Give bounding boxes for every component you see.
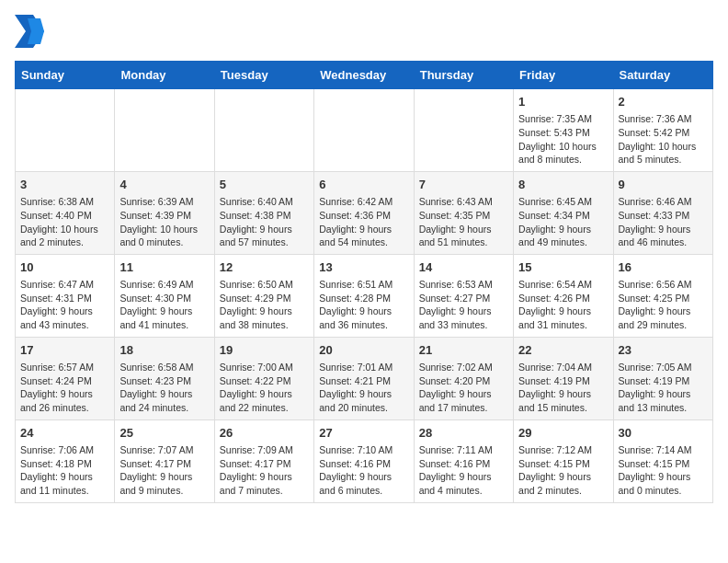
- day-cell: 8Sunrise: 6:45 AM Sunset: 4:34 PM Daylig…: [514, 171, 613, 254]
- week-row-3: 10Sunrise: 6:47 AM Sunset: 4:31 PM Dayli…: [16, 254, 713, 337]
- day-info: Sunrise: 7:02 AM Sunset: 4:20 PM Dayligh…: [419, 361, 508, 415]
- day-cell: 19Sunrise: 7:00 AM Sunset: 4:22 PM Dayli…: [214, 337, 313, 419]
- day-cell: 13Sunrise: 6:51 AM Sunset: 4:28 PM Dayli…: [314, 254, 414, 337]
- header-day-tuesday: Tuesday: [214, 62, 313, 89]
- calendar-table: SundayMondayTuesdayWednesdayThursdayFrid…: [15, 61, 713, 503]
- day-cell: 15Sunrise: 6:54 AM Sunset: 4:26 PM Dayli…: [514, 254, 613, 337]
- day-info: Sunrise: 6:40 AM Sunset: 4:38 PM Dayligh…: [220, 195, 309, 249]
- day-info: Sunrise: 7:35 AM Sunset: 5:43 PM Dayligh…: [518, 112, 608, 167]
- day-number: 28: [419, 425, 508, 442]
- day-info: Sunrise: 7:00 AM Sunset: 4:22 PM Dayligh…: [220, 361, 309, 415]
- day-cell: 10Sunrise: 6:47 AM Sunset: 4:31 PM Dayli…: [16, 254, 115, 337]
- day-cell: [16, 89, 115, 172]
- day-number: 9: [619, 177, 708, 193]
- logo: [15, 15, 48, 52]
- header-day-sunday: Sunday: [16, 62, 115, 89]
- week-row-1: 1Sunrise: 7:35 AM Sunset: 5:43 PM Daylig…: [16, 89, 713, 172]
- day-number: 2: [619, 94, 708, 110]
- day-info: Sunrise: 6:57 AM Sunset: 4:24 PM Dayligh…: [20, 361, 109, 415]
- day-number: 1: [518, 94, 608, 110]
- day-cell: 5Sunrise: 6:40 AM Sunset: 4:38 PM Daylig…: [214, 171, 313, 254]
- day-cell: 1Sunrise: 7:35 AM Sunset: 5:43 PM Daylig…: [514, 89, 613, 172]
- day-cell: 16Sunrise: 6:56 AM Sunset: 4:25 PM Dayli…: [613, 254, 712, 337]
- day-number: 24: [20, 425, 109, 442]
- day-number: 15: [518, 259, 608, 276]
- day-info: Sunrise: 6:51 AM Sunset: 4:28 PM Dayligh…: [319, 278, 408, 332]
- day-cell: 21Sunrise: 7:02 AM Sunset: 4:20 PM Dayli…: [414, 337, 513, 419]
- day-cell: 23Sunrise: 7:05 AM Sunset: 4:19 PM Dayli…: [613, 337, 712, 419]
- day-cell: 30Sunrise: 7:14 AM Sunset: 4:15 PM Dayli…: [613, 419, 712, 502]
- logo-icon: [15, 15, 44, 52]
- day-cell: 3Sunrise: 6:38 AM Sunset: 4:40 PM Daylig…: [16, 171, 115, 254]
- day-cell: 17Sunrise: 6:57 AM Sunset: 4:24 PM Dayli…: [16, 337, 115, 419]
- header-day-saturday: Saturday: [613, 62, 712, 89]
- day-cell: 18Sunrise: 6:58 AM Sunset: 4:23 PM Dayli…: [115, 337, 214, 419]
- day-cell: 25Sunrise: 7:07 AM Sunset: 4:17 PM Dayli…: [115, 419, 214, 502]
- day-number: 16: [619, 259, 708, 276]
- day-cell: 22Sunrise: 7:04 AM Sunset: 4:19 PM Dayli…: [514, 337, 613, 419]
- day-number: 6: [319, 177, 408, 193]
- header-day-wednesday: Wednesday: [314, 62, 414, 89]
- day-cell: [314, 89, 414, 172]
- day-number: 3: [20, 177, 109, 193]
- day-info: Sunrise: 6:58 AM Sunset: 4:23 PM Dayligh…: [119, 361, 209, 415]
- day-cell: 6Sunrise: 6:42 AM Sunset: 4:36 PM Daylig…: [314, 171, 414, 254]
- day-number: 27: [319, 425, 408, 442]
- day-info: Sunrise: 7:05 AM Sunset: 4:19 PM Dayligh…: [619, 361, 708, 415]
- day-info: Sunrise: 7:09 AM Sunset: 4:17 PM Dayligh…: [220, 443, 309, 498]
- day-cell: 24Sunrise: 7:06 AM Sunset: 4:18 PM Dayli…: [16, 419, 115, 502]
- day-number: 8: [518, 177, 608, 193]
- day-info: Sunrise: 6:49 AM Sunset: 4:30 PM Dayligh…: [119, 278, 209, 332]
- day-cell: 11Sunrise: 6:49 AM Sunset: 4:30 PM Dayli…: [115, 254, 214, 337]
- day-cell: 4Sunrise: 6:39 AM Sunset: 4:39 PM Daylig…: [115, 171, 214, 254]
- calendar-header: SundayMondayTuesdayWednesdayThursdayFrid…: [16, 62, 713, 89]
- day-cell: 2Sunrise: 7:36 AM Sunset: 5:42 PM Daylig…: [613, 89, 712, 172]
- day-number: 30: [619, 425, 708, 442]
- day-number: 12: [220, 259, 309, 276]
- day-info: Sunrise: 7:10 AM Sunset: 4:16 PM Dayligh…: [319, 443, 408, 498]
- day-info: Sunrise: 7:06 AM Sunset: 4:18 PM Dayligh…: [20, 443, 109, 498]
- day-info: Sunrise: 6:56 AM Sunset: 4:25 PM Dayligh…: [619, 278, 708, 332]
- day-cell: 9Sunrise: 6:46 AM Sunset: 4:33 PM Daylig…: [613, 171, 712, 254]
- calendar-body: 1Sunrise: 7:35 AM Sunset: 5:43 PM Daylig…: [16, 89, 713, 503]
- day-cell: 14Sunrise: 6:53 AM Sunset: 4:27 PM Dayli…: [414, 254, 513, 337]
- day-info: Sunrise: 7:14 AM Sunset: 4:15 PM Dayligh…: [619, 443, 708, 498]
- day-info: Sunrise: 6:38 AM Sunset: 4:40 PM Dayligh…: [20, 195, 109, 249]
- day-number: 5: [220, 177, 309, 193]
- day-info: Sunrise: 7:04 AM Sunset: 4:19 PM Dayligh…: [518, 361, 608, 415]
- day-info: Sunrise: 6:47 AM Sunset: 4:31 PM Dayligh…: [20, 278, 109, 332]
- day-number: 19: [220, 342, 309, 359]
- day-cell: 20Sunrise: 7:01 AM Sunset: 4:21 PM Dayli…: [314, 337, 414, 419]
- day-number: 7: [419, 177, 508, 193]
- day-cell: [414, 89, 513, 172]
- day-info: Sunrise: 7:07 AM Sunset: 4:17 PM Dayligh…: [119, 443, 209, 498]
- week-row-4: 17Sunrise: 6:57 AM Sunset: 4:24 PM Dayli…: [16, 337, 713, 419]
- day-info: Sunrise: 7:36 AM Sunset: 5:42 PM Dayligh…: [619, 112, 708, 167]
- header-row: SundayMondayTuesdayWednesdayThursdayFrid…: [16, 62, 713, 89]
- day-number: 17: [20, 342, 109, 359]
- header-day-monday: Monday: [115, 62, 214, 89]
- day-number: 22: [518, 342, 608, 359]
- day-info: Sunrise: 6:46 AM Sunset: 4:33 PM Dayligh…: [619, 195, 708, 249]
- day-cell: 27Sunrise: 7:10 AM Sunset: 4:16 PM Dayli…: [314, 419, 414, 502]
- week-row-5: 24Sunrise: 7:06 AM Sunset: 4:18 PM Dayli…: [16, 419, 713, 502]
- header-day-friday: Friday: [514, 62, 613, 89]
- day-info: Sunrise: 7:12 AM Sunset: 4:15 PM Dayligh…: [518, 443, 608, 498]
- day-cell: 7Sunrise: 6:43 AM Sunset: 4:35 PM Daylig…: [414, 171, 513, 254]
- day-number: 20: [319, 342, 408, 359]
- day-info: Sunrise: 6:50 AM Sunset: 4:29 PM Dayligh…: [220, 278, 309, 332]
- day-number: 10: [20, 259, 109, 276]
- day-info: Sunrise: 7:01 AM Sunset: 4:21 PM Dayligh…: [319, 361, 408, 415]
- day-info: Sunrise: 6:45 AM Sunset: 4:34 PM Dayligh…: [518, 195, 608, 249]
- day-cell: [115, 89, 214, 172]
- day-number: 21: [419, 342, 508, 359]
- week-row-2: 3Sunrise: 6:38 AM Sunset: 4:40 PM Daylig…: [16, 171, 713, 254]
- day-cell: [214, 89, 313, 172]
- day-number: 18: [119, 342, 209, 359]
- day-number: 11: [119, 259, 209, 276]
- day-cell: 12Sunrise: 6:50 AM Sunset: 4:29 PM Dayli…: [214, 254, 313, 337]
- day-number: 29: [518, 425, 608, 442]
- day-info: Sunrise: 7:11 AM Sunset: 4:16 PM Dayligh…: [419, 443, 508, 498]
- day-info: Sunrise: 6:39 AM Sunset: 4:39 PM Dayligh…: [119, 195, 209, 249]
- day-number: 26: [220, 425, 309, 442]
